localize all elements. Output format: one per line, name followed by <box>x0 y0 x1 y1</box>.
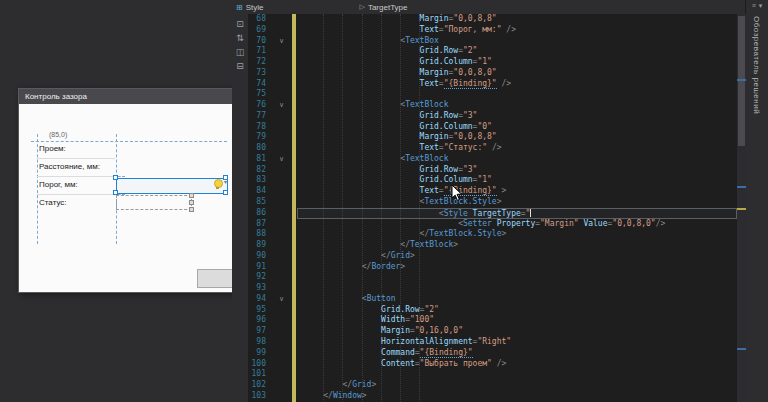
fold-margin <box>270 262 292 273</box>
fold-marker-icon[interactable]: ∨ <box>270 154 292 165</box>
code-line[interactable]: 93 <box>248 283 746 294</box>
code-line[interactable]: 85 <TextBlock.Style> <box>248 197 746 208</box>
code-text: <Setter Property="Margin" Value="0,0,8,0… <box>304 219 665 230</box>
code-text: <TextBox <box>304 36 439 47</box>
code-line[interactable]: 86 <Style TargetType=" <box>248 208 746 219</box>
text-caret <box>530 208 531 217</box>
code-line[interactable]: 74 Text="{Binding}" /> <box>248 79 746 90</box>
code-line[interactable]: 77 Grid.Row="3" <box>248 111 746 122</box>
design-view-icon[interactable]: ⊡ <box>236 20 244 29</box>
change-indicator <box>292 100 296 111</box>
fold-marker-icon[interactable]: ∨ <box>270 294 292 305</box>
code-line[interactable]: 95 Grid.Row="2" <box>248 305 746 316</box>
scrollbar-thumb[interactable] <box>738 16 745 146</box>
code-line[interactable]: 94∨ <Button <box>248 294 746 305</box>
fold-marker-icon[interactable]: ∨ <box>270 100 292 111</box>
change-indicator <box>292 132 296 143</box>
collapsed-tool-panel[interactable]: ≡▾ Обозреватель решений <box>745 0 768 402</box>
fold-margin <box>270 132 292 143</box>
code-line[interactable]: 80 Text="Статус:" /> <box>248 143 746 154</box>
code-line[interactable]: 84 Text="{Binding}" > <box>248 186 746 197</box>
code-line[interactable]: 68 Margin="0,0,8,8" <box>248 14 746 25</box>
code-line[interactable]: 75 <box>248 89 746 100</box>
code-line[interactable]: 97 Margin="0,16,0,0" <box>248 326 746 337</box>
code-text: Command="{Binding}" <box>304 348 473 359</box>
split-horizontal-icon[interactable]: ⊟ <box>236 62 244 71</box>
code-line[interactable]: 79 Margin="0,0,8,8" <box>248 132 746 143</box>
code-line[interactable]: 99 Command="{Binding}" <box>248 348 746 359</box>
code-line[interactable]: 102 </Grid> <box>248 380 746 391</box>
resize-handle[interactable] <box>189 193 194 198</box>
code-line[interactable]: 101 <box>248 369 746 380</box>
designer-code-splitter[interactable]: ⊡⇅◫⊟ <box>232 14 249 402</box>
code-line[interactable]: 71 Grid.Row="2" <box>248 46 746 57</box>
preview-window-title: Контроль зазора <box>19 89 233 104</box>
code-text: Grid.Row="2" <box>304 46 477 57</box>
nav-item-targettype[interactable]: ▷ TargetType <box>360 3 408 12</box>
split-vertical-icon[interactable]: ◫ <box>236 48 245 57</box>
nav-item-style[interactable]: ⊞ Style <box>236 3 264 12</box>
code-line[interactable]: 87 <Setter Property="Margin" Value="0,0,… <box>248 219 746 230</box>
line-number: 76 <box>248 100 270 111</box>
lightbulb-icon[interactable] <box>214 179 223 188</box>
designer-preview-window[interactable]: Контроль зазора (85,0) <box>18 88 234 293</box>
code-line[interactable]: 96 Width="100" <box>248 315 746 326</box>
member-icon: ▷ <box>360 3 365 11</box>
resize-handle[interactable] <box>189 207 194 212</box>
form-label[interactable]: Статус: <box>39 198 67 207</box>
code-line[interactable]: 89 </TextBlock> <box>248 240 746 251</box>
code-line[interactable]: 78 Grid.Column="0" <box>248 122 746 133</box>
line-number: 92 <box>248 272 270 283</box>
code-line[interactable]: 83 Grid.Column="1" <box>248 175 746 186</box>
code-editor[interactable]: 68 Margin="0,0,8,8"69 Text="Порог, мм:" … <box>248 14 746 402</box>
code-line[interactable]: 76∨ <TextBlock <box>248 100 746 111</box>
fold-margin <box>270 283 292 294</box>
form-label[interactable]: Порог, мм: <box>39 180 78 189</box>
splitter-toolbar: ⊡⇅◫⊟ <box>232 14 248 71</box>
code-text: Grid.Column="0" <box>304 122 492 133</box>
editor-scrollbar[interactable] <box>737 14 746 402</box>
swap-panes-icon[interactable]: ⇅ <box>236 34 244 43</box>
designer-form[interactable]: (85,0) ▾ Проем:Расстояние, мм:Порог, мм:… <box>19 104 233 292</box>
code-line[interactable]: 103 </Window> <box>248 391 746 402</box>
code-line[interactable]: 73 Margin="0,0,8,0" <box>248 68 746 79</box>
fold-marker-icon[interactable]: ∨ <box>270 36 292 47</box>
row-separator <box>37 158 115 159</box>
change-indicator <box>292 143 296 154</box>
form-label[interactable]: Расстояние, мм: <box>39 162 100 171</box>
selection-adorner[interactable] <box>116 178 228 194</box>
fold-margin <box>270 186 292 197</box>
code-line[interactable]: 90 </Grid> <box>248 251 746 262</box>
chevron-down-icon[interactable]: ▾ <box>759 2 763 10</box>
secondary-adorner[interactable] <box>116 195 192 210</box>
code-line[interactable]: 88 </TextBlock.Style> <box>248 229 746 240</box>
code-line[interactable]: 98 HorizontalAlignment="Right" <box>248 337 746 348</box>
line-number: 86 <box>248 208 270 219</box>
code-line[interactable]: 91 </Border> <box>248 262 746 273</box>
change-indicator <box>292 283 296 294</box>
panel-menu-icon[interactable]: ≡ <box>752 2 756 10</box>
resize-handle[interactable] <box>113 175 118 180</box>
code-lines: 68 Margin="0,0,8,8"69 Text="Порог, мм:" … <box>248 14 746 402</box>
fold-margin <box>270 165 292 176</box>
resize-handle[interactable] <box>223 190 228 195</box>
code-line[interactable]: 82 Grid.Row="3" <box>248 165 746 176</box>
resize-handle[interactable] <box>189 200 194 205</box>
change-indicator <box>292 25 296 36</box>
line-number: 93 <box>248 283 270 294</box>
code-line[interactable]: 92 <box>248 272 746 283</box>
code-line[interactable]: 70∨ <TextBox <box>248 36 746 47</box>
fold-margin <box>270 391 292 402</box>
code-line[interactable]: 81∨ <TextBlock <box>248 154 746 165</box>
code-line[interactable]: 69 Text="Порог, мм:" /> <box>248 25 746 36</box>
chevron-down-icon[interactable]: ▾ <box>224 178 227 185</box>
solution-explorer-tab[interactable]: Обозреватель решений <box>752 16 761 114</box>
code-line[interactable]: 100 Content="Выбрать проем" /> <box>248 359 746 370</box>
xaml-designer-canvas[interactable]: Контроль зазора (85,0) <box>0 0 232 402</box>
line-number: 72 <box>248 57 270 68</box>
fold-margin <box>270 315 292 326</box>
designer-button[interactable] <box>197 269 233 288</box>
nav-item-style-label: Style <box>246 3 264 12</box>
code-line[interactable]: 72 Grid.Column="1" <box>248 57 746 68</box>
form-label[interactable]: Проем: <box>39 144 66 153</box>
